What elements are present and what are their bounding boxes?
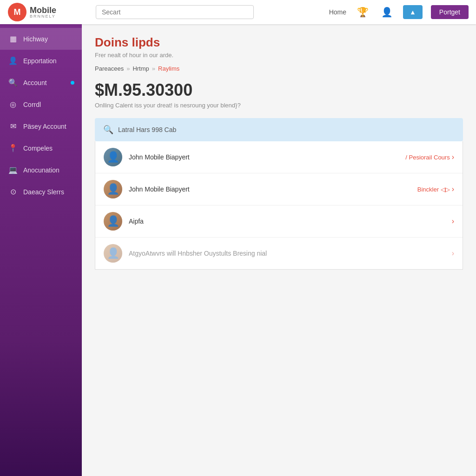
avatar-2: 👤 bbox=[104, 212, 122, 231]
result-name-0: John Mobile Biapyert bbox=[129, 153, 405, 161]
sidebar-item-highway[interactable]: ▦ Hichway bbox=[0, 28, 82, 50]
result-item-2[interactable]: 👤 Aipfa › bbox=[95, 205, 463, 238]
brand-name: Mobile bbox=[30, 6, 56, 14]
sidebar-label-pasey: Päsey Account bbox=[23, 123, 66, 130]
results-list: 👤 John Mobile Biapyert / Pesiorail Cours… bbox=[95, 141, 463, 270]
chevron-icon-3: › bbox=[452, 249, 454, 258]
amount-description: Onlling Calent iss your dreat! is nesrou… bbox=[95, 102, 463, 109]
account-icon: 🔍 bbox=[8, 78, 18, 87]
page-subtitle: Frer nealt of hour in our arde. bbox=[95, 52, 463, 59]
result-item-3[interactable]: 👤 AtgyoAtwvrs will Hnbsher Ouystults Bre… bbox=[95, 238, 463, 269]
layout: ▦ Hichway 👤 Epportation 🔍 Account ◎ Corr… bbox=[0, 24, 476, 476]
account-badge bbox=[71, 81, 74, 85]
sidebar-label-daeacy: Daeacy Slerrs bbox=[23, 188, 64, 196]
breadcrumb: Pareacees » Hrtmp » Raylims bbox=[95, 65, 463, 72]
sidebar-item-epportation[interactable]: 👤 Epportation bbox=[0, 50, 82, 72]
user-icon-btn[interactable]: 👤 bbox=[379, 4, 395, 20]
result-action-label-0: / Pesiorail Cours bbox=[405, 154, 450, 161]
daeacy-icon: ⊙ bbox=[8, 187, 18, 196]
sidebar-label-anocunation: Anocunation bbox=[23, 166, 60, 174]
logo-area: M Mobile BRNNELY bbox=[7, 2, 86, 22]
avatar-icon-2: 👤 bbox=[107, 215, 119, 227]
sidebar-label-account: Account bbox=[23, 79, 47, 86]
pasey-icon: ✉ bbox=[8, 122, 18, 131]
chevron-icon-0: › bbox=[452, 153, 454, 161]
header-search-input[interactable] bbox=[96, 5, 254, 19]
trophy-icon-btn[interactable]: 🏆 bbox=[355, 4, 370, 20]
avatar-icon-3: 👤 bbox=[107, 247, 119, 259]
result-action-3[interactable]: › bbox=[452, 249, 454, 258]
result-action-label-1: Binckler ◁▷ bbox=[417, 186, 450, 193]
avatar-1: 👤 bbox=[104, 180, 122, 198]
sidebar: ▦ Hichway 👤 Epportation 🔍 Account ◎ Corr… bbox=[0, 24, 82, 476]
epportation-icon: 👤 bbox=[8, 56, 18, 65]
main-content: Doins lipds Frer nealt of hour in our ar… bbox=[82, 24, 476, 476]
corrdl-icon: ◎ bbox=[8, 100, 18, 109]
result-action-0[interactable]: / Pesiorail Cours › bbox=[405, 153, 454, 161]
search-card-icon: 🔍 bbox=[103, 125, 113, 135]
blue-action-button[interactable]: ▲ bbox=[403, 5, 423, 19]
sidebar-label-epportation: Epportation bbox=[23, 57, 57, 65]
amount-section: $M.95.30300 bbox=[95, 80, 463, 100]
primary-action-button[interactable]: Portget bbox=[431, 5, 469, 19]
result-action-2[interactable]: › bbox=[452, 217, 454, 225]
breadcrumb-sep-0: » bbox=[126, 65, 130, 72]
breadcrumb-item-0[interactable]: Pareacees bbox=[95, 65, 124, 72]
sidebar-item-corrdl[interactable]: ◎ Corrdl bbox=[0, 93, 82, 115]
search-card[interactable]: 🔍 Latral Hars 998 Cab bbox=[95, 118, 463, 141]
avatar-0: 👤 bbox=[104, 148, 122, 166]
sidebar-label-compeles: Compeles bbox=[23, 145, 53, 152]
breadcrumb-sep-1: » bbox=[152, 65, 155, 72]
anocunation-icon: 💻 bbox=[8, 165, 18, 174]
sidebar-item-daeacy-slerrs[interactable]: ⊙ Daeacy Slerrs bbox=[0, 181, 82, 203]
sidebar-label-corrdl: Corrdl bbox=[23, 101, 41, 108]
breadcrumb-item-1[interactable]: Hrtmp bbox=[132, 65, 149, 72]
result-name-3: AtgyoAtwvrs will Hnbsher Ouystults Bresi… bbox=[129, 250, 452, 257]
chevron-icon-1: › bbox=[452, 185, 454, 193]
sidebar-item-compeles[interactable]: 📍 Compeles bbox=[0, 137, 82, 159]
logo-icon: M bbox=[7, 2, 27, 22]
sidebar-item-anocunation[interactable]: 💻 Anocunation bbox=[0, 159, 82, 181]
result-item-0[interactable]: 👤 John Mobile Biapyert / Pesiorail Cours… bbox=[95, 141, 463, 173]
brand-sub: BRNNELY bbox=[30, 14, 56, 19]
sidebar-item-pasey-account[interactable]: ✉ Päsey Account bbox=[0, 115, 82, 137]
avatar-icon-1: 👤 bbox=[107, 183, 119, 195]
page-title: Doins lipds bbox=[95, 35, 463, 50]
blue-btn-label: ▲ bbox=[410, 8, 416, 16]
result-name-2: Aipfa bbox=[129, 218, 452, 225]
result-name-1: John Mobile Biapyert bbox=[129, 185, 417, 193]
logo-text: Mobile BRNNELY bbox=[30, 6, 56, 19]
amount-value: $M.95.30300 bbox=[95, 80, 463, 100]
chevron-icon-2: › bbox=[452, 217, 454, 225]
sidebar-item-account[interactable]: 🔍 Account bbox=[0, 72, 82, 93]
result-action-1[interactable]: Binckler ◁▷ › bbox=[417, 185, 454, 193]
svg-text:M: M bbox=[14, 7, 21, 17]
avatar-icon-0: 👤 bbox=[107, 151, 119, 163]
header-nav: Home 🏆 👤 ▲ Portget bbox=[329, 4, 469, 20]
search-card-placeholder: Latral Hars 998 Cab bbox=[118, 126, 176, 133]
avatar-3: 👤 bbox=[104, 244, 122, 263]
nav-home-link[interactable]: Home bbox=[329, 8, 346, 16]
sidebar-label-highway: Hichway bbox=[23, 35, 48, 43]
result-item-1[interactable]: 👤 John Mobile Biapyert Binckler ◁▷ › bbox=[95, 173, 463, 205]
highway-icon: ▦ bbox=[8, 34, 18, 43]
header: M Mobile BRNNELY Home 🏆 👤 ▲ Portget bbox=[0, 0, 476, 24]
breadcrumb-item-2: Raylims bbox=[158, 65, 179, 72]
compeles-icon: 📍 bbox=[8, 144, 18, 152]
